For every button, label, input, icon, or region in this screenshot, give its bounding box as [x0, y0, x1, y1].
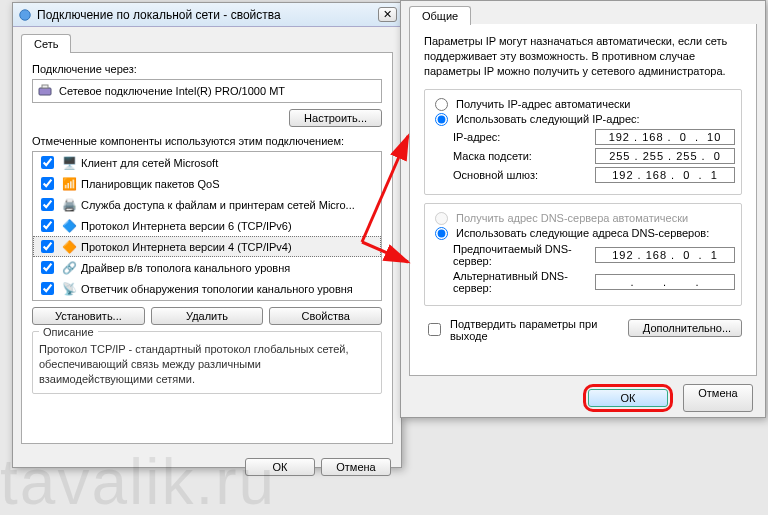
titlebar-left[interactable]: Подключение по локальной сети - свойства… — [13, 3, 401, 27]
list-item-label: Служба доступа к файлам и принтерам сете… — [81, 199, 355, 211]
radio-label: Получить адрес DNS-сервера автоматически — [456, 212, 688, 224]
dns-group: Получить адрес DNS-сервера автоматически… — [424, 203, 742, 306]
lan-properties-window: Подключение по локальной сети - свойства… — [12, 2, 402, 468]
install-button[interactable]: Установить... — [32, 307, 145, 325]
ok-button-right[interactable]: ОК — [588, 389, 668, 407]
checkbox[interactable] — [41, 240, 54, 253]
watermark: tavalik.ru — [0, 445, 276, 515]
radio-label: Использовать следующие адреса DNS-сервер… — [456, 227, 709, 239]
ipv4-icon: 🔶 — [61, 239, 77, 255]
checkbox[interactable] — [41, 177, 54, 190]
connect-through-label: Подключение через: — [32, 63, 382, 75]
list-item-label: Протокол Интернета версии 4 (TCP/IPv4) — [81, 241, 292, 253]
radio-auto-ip[interactable]: Получить IP-адрес автоматически — [431, 98, 735, 111]
qos-icon: 📶 — [61, 176, 77, 192]
checkbox[interactable] — [41, 156, 54, 169]
list-item[interactable]: 🔗Драйвер в/в тополога канального уровня — [33, 257, 381, 278]
ok-highlight-annotation: ОК — [583, 384, 673, 412]
alternate-dns-input[interactable] — [595, 274, 735, 290]
components-label: Отмеченные компоненты используются этим … — [32, 135, 382, 147]
validate-on-exit-row[interactable]: Подтвердить параметры при выходе — [424, 318, 628, 342]
dialog-buttons-right: ОК Отмена — [401, 376, 765, 422]
network-icon — [17, 7, 33, 23]
window-title: Подключение по локальной сети - свойства — [37, 8, 378, 22]
checkbox[interactable] — [41, 219, 54, 232]
configure-button[interactable]: Настроить... — [289, 109, 382, 127]
tab-strip-left: Сеть — [13, 27, 401, 52]
description-group: Описание Протокол TCP/IP - стандартный п… — [32, 331, 382, 394]
subnet-mask-input[interactable] — [595, 148, 735, 164]
description-title: Описание — [39, 326, 98, 338]
info-text: Параметры IP могут назначаться автоматич… — [424, 34, 742, 79]
list-item-label: Ответчик обнаружения топологии канальног… — [81, 283, 353, 295]
subnet-mask-row: Маска подсети: — [453, 148, 735, 164]
tab-general[interactable]: Общие — [409, 6, 471, 25]
adapter-display: Сетевое подключение Intel(R) PRO/1000 MT — [32, 79, 382, 103]
radio-use-dns[interactable]: Использовать следующие адреса DNS-сервер… — [431, 227, 735, 240]
field-label: Предпочитаемый DNS-сервер: — [453, 243, 595, 267]
preferred-dns-input[interactable] — [595, 247, 735, 263]
list-item-selected[interactable]: 🔶Протокол Интернета версии 4 (TCP/IPv4) — [33, 236, 381, 257]
list-item[interactable]: 🖨️Служба доступа к файлам и принтерам се… — [33, 194, 381, 215]
radio-input — [435, 212, 448, 225]
radio-input[interactable] — [435, 227, 448, 240]
svg-rect-2 — [42, 85, 48, 88]
ip-address-row: IP-адрес: — [453, 129, 735, 145]
close-button[interactable]: ✕ — [378, 7, 397, 22]
fileshare-icon: 🖨️ — [61, 197, 77, 213]
list-item[interactable]: 📡Ответчик обнаружения топологии канально… — [33, 278, 381, 299]
description-text: Протокол TCP/IP - стандартный протокол г… — [39, 342, 375, 387]
radio-label: Получить IP-адрес автоматически — [456, 98, 630, 110]
list-item-label: Планировщик пакетов QoS — [81, 178, 220, 190]
list-item-label: Клиент для сетей Microsoft — [81, 157, 218, 169]
cancel-button-right[interactable]: Отмена — [683, 384, 753, 412]
lldp-icon: 🔗 — [61, 260, 77, 276]
ipv6-icon: 🔷 — [61, 218, 77, 234]
ipv4-properties-window: Общие Параметры IP могут назначаться авт… — [400, 0, 766, 418]
advanced-button[interactable]: Дополнительно... — [628, 319, 742, 337]
client-icon: 🖥️ — [61, 155, 77, 171]
preferred-dns-row: Предпочитаемый DNS-сервер: — [453, 243, 735, 267]
radio-use-ip[interactable]: Использовать следующий IP-адрес: — [431, 113, 735, 126]
tab-strip-right: Общие — [401, 1, 765, 24]
gateway-input[interactable] — [595, 167, 735, 183]
radio-label: Использовать следующий IP-адрес: — [456, 113, 640, 125]
list-item-label: Протокол Интернета версии 6 (TCP/IPv6) — [81, 220, 292, 232]
list-item-label: Драйвер в/в тополога канального уровня — [81, 262, 290, 274]
components-list[interactable]: 🖥️Клиент для сетей Microsoft 📶Планировщи… — [32, 151, 382, 301]
radio-input[interactable] — [435, 98, 448, 111]
alternate-dns-row: Альтернативный DNS-сервер: — [453, 270, 735, 294]
field-label: Альтернативный DNS-сервер: — [453, 270, 595, 294]
ip-address-input[interactable] — [595, 129, 735, 145]
field-label: IP-адрес: — [453, 131, 595, 143]
list-item[interactable]: 🖥️Клиент для сетей Microsoft — [33, 152, 381, 173]
adapter-name: Сетевое подключение Intel(R) PRO/1000 MT — [59, 85, 285, 97]
tab-body-left: Подключение через: Сетевое подключение I… — [21, 52, 393, 444]
svg-point-0 — [20, 9, 31, 20]
field-label: Основной шлюз: — [453, 169, 595, 181]
gateway-row: Основной шлюз: — [453, 167, 735, 183]
svg-rect-1 — [39, 88, 51, 95]
checkbox[interactable] — [41, 198, 54, 211]
radio-input[interactable] — [435, 113, 448, 126]
properties-button[interactable]: Свойства — [269, 307, 382, 325]
field-label: Маска подсети: — [453, 150, 595, 162]
responder-icon: 📡 — [61, 281, 77, 297]
checkbox[interactable] — [41, 282, 54, 295]
ip-group: Получить IP-адрес автоматически Использо… — [424, 89, 742, 195]
list-item[interactable]: 🔷Протокол Интернета версии 6 (TCP/IPv6) — [33, 215, 381, 236]
list-item[interactable]: 📶Планировщик пакетов QoS — [33, 173, 381, 194]
tab-network[interactable]: Сеть — [21, 34, 71, 53]
tab-body-right: Параметры IP могут назначаться автоматич… — [409, 24, 757, 376]
checkbox-label: Подтвердить параметры при выходе — [450, 318, 628, 342]
adapter-icon — [37, 83, 53, 99]
checkbox[interactable] — [41, 261, 54, 274]
validate-checkbox[interactable] — [428, 323, 441, 336]
radio-auto-dns: Получить адрес DNS-сервера автоматически — [431, 212, 735, 225]
uninstall-button[interactable]: Удалить — [151, 307, 264, 325]
cancel-button-left[interactable]: Отмена — [321, 458, 391, 476]
